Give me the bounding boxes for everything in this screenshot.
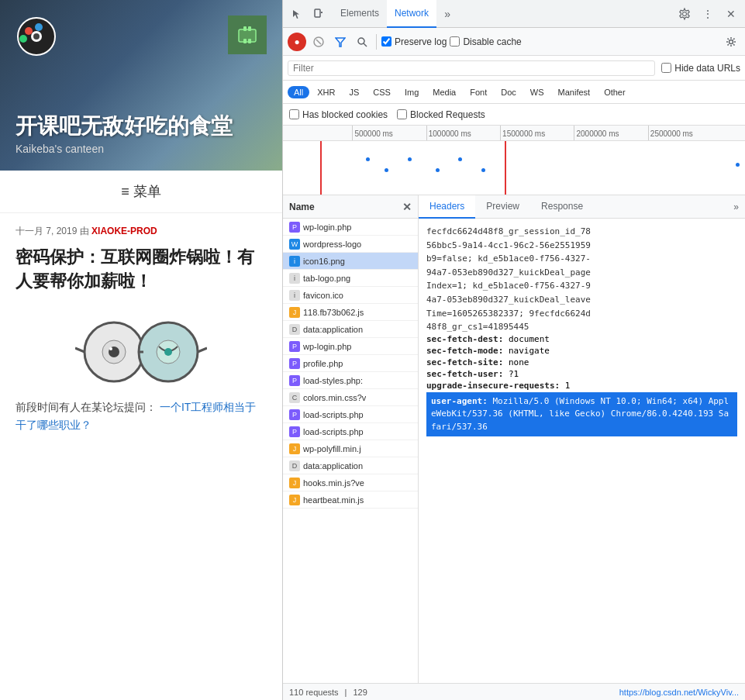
close-icon[interactable]: ✕: [720, 3, 742, 25]
record-button[interactable]: ●: [288, 33, 306, 51]
network-timeline: 500000 ms 1000000 ms 1500000 ms 2000000 …: [283, 126, 745, 195]
svg-rect-9: [243, 39, 247, 43]
blocked-row: Has blocked cookies Blocked Requests: [283, 104, 745, 126]
type-filter-css[interactable]: CSS: [367, 86, 397, 98]
timeline-dot-2: [385, 168, 388, 172]
file-item[interactable]: P wp-login.php: [283, 219, 418, 236]
type-filter-doc[interactable]: Doc: [495, 86, 523, 98]
network-settings-icon[interactable]: [722, 33, 740, 51]
file-name: load-scripts.php: [303, 410, 364, 419]
hide-data-urls-label[interactable]: Hide data URLs: [661, 63, 740, 74]
blocked-requests-checkbox[interactable]: [397, 109, 407, 119]
blog-excerpt: 前段时间有人在某论坛提问： 一个IT工程师相当于干了哪些职业？: [0, 395, 282, 443]
blog-panel: 开课吧无敌好吃的食堂 Kaikeba's canteen ≡ 菜单 十一月 7,…: [0, 0, 283, 700]
tab-headers[interactable]: Headers: [419, 195, 475, 219]
has-blocked-cookies-label[interactable]: Has blocked cookies: [289, 109, 388, 120]
devtools-tabbar: Elements Network » ⋮ ✕: [283, 0, 745, 28]
tab-preview[interactable]: Preview: [475, 195, 530, 219]
detail-tabs-more[interactable]: »: [727, 202, 745, 212]
file-item[interactable]: P load-scripts.php: [283, 406, 418, 423]
svg-point-26: [358, 38, 364, 44]
tab-response[interactable]: Response: [530, 195, 594, 219]
file-item[interactable]: D data:application: [283, 457, 418, 474]
type-filter-other[interactable]: Other: [598, 86, 632, 98]
tab-elements[interactable]: Elements: [333, 0, 387, 28]
file-item[interactable]: i favicon.ico: [283, 287, 418, 304]
type-filter-all[interactable]: All: [288, 86, 309, 98]
type-filter-js[interactable]: JS: [343, 86, 365, 98]
type-filter-img[interactable]: Img: [398, 86, 425, 98]
type-filter-ws[interactable]: WS: [524, 86, 550, 98]
svg-rect-7: [243, 26, 247, 31]
search-network-button[interactable]: [353, 33, 371, 51]
has-blocked-cookies-checkbox[interactable]: [289, 109, 299, 119]
disable-cache-label[interactable]: Disable cache: [450, 36, 521, 47]
more-options-icon[interactable]: ⋮: [697, 3, 719, 25]
header-cookie-line-2: 56bbc5-9a14-4cc1-96c2-56e2551959: [426, 239, 737, 253]
glasses-illustration: [75, 309, 207, 387]
tab-more-icon[interactable]: »: [436, 3, 458, 25]
file-name: data:application: [303, 325, 363, 334]
svg-line-27: [364, 43, 367, 47]
file-item[interactable]: C colors.min.css?v: [283, 389, 418, 406]
settings-icon[interactable]: [674, 3, 695, 25]
detail-content[interactable]: fecfdc6624d48f8_gr_session_id_78 56bbc5-…: [419, 219, 745, 683]
device-icon[interactable]: [308, 3, 329, 25]
timeline-marker-2: [505, 141, 506, 195]
file-item[interactable]: J heartbeat.min.js: [283, 491, 418, 509]
file-item[interactable]: P load-styles.php:: [283, 372, 418, 389]
type-filter-font[interactable]: Font: [464, 86, 493, 98]
file-item[interactable]: W wordpress-logo: [283, 236, 418, 253]
file-name: tab-logo.png: [303, 274, 350, 283]
file-name: wordpress-logo: [303, 240, 361, 249]
disable-cache-checkbox[interactable]: [450, 36, 460, 47]
timeline-dot-6: [481, 168, 485, 172]
file-item[interactable]: P profile.php: [283, 355, 418, 372]
clear-button[interactable]: [309, 33, 328, 51]
preserve-log-checkbox[interactable]: [381, 36, 391, 47]
header-sec-fetch-site: sec-fetch-site: none: [426, 357, 737, 367]
file-name: colors.min.css?v: [303, 393, 366, 402]
header-cookie-line-4: 94a7-053eb890d327_kuickDeal_page: [426, 266, 737, 280]
file-list-scroll[interactable]: P wp-login.php W wordpress-logo i icon16…: [283, 219, 418, 683]
blocked-requests-label[interactable]: Blocked Requests: [397, 109, 485, 120]
header-sec-fetch-dest: sec-fetch-dest: document: [426, 334, 737, 344]
data-icon-2: D: [289, 460, 300, 471]
php-icon-4: P: [289, 375, 300, 386]
js-icon-4: J: [289, 495, 300, 505]
img-icon: i: [289, 273, 300, 284]
svg-rect-8: [248, 26, 251, 31]
cursor-icon[interactable]: [286, 3, 308, 25]
file-item[interactable]: P wp-login.php: [283, 338, 418, 355]
file-item-selected[interactable]: i icon16.png: [283, 253, 418, 270]
svg-point-28: [729, 40, 733, 43]
file-name: wp-login.php: [303, 222, 351, 232]
hide-data-urls-checkbox[interactable]: [661, 63, 671, 73]
png-icon: i: [289, 256, 300, 267]
close-panel-icon[interactable]: ✕: [402, 201, 412, 213]
file-item[interactable]: J wp-polyfill.min.j: [283, 440, 418, 457]
blog-menu[interactable]: ≡ 菜单: [0, 171, 282, 213]
type-filter-xhr[interactable]: XHR: [311, 86, 341, 98]
file-item[interactable]: J 118.fb73b062.js: [283, 304, 418, 321]
post-date: 十一月 7, 2019 由: [16, 226, 89, 236]
post-title: 密码保护：互联网圈炸锅啦！有人要帮你加薪啦！: [0, 242, 282, 302]
post-author-link[interactable]: XIAOKE-PROD: [91, 226, 157, 236]
network-toolbar: ● Preserve log Disable cache: [283, 28, 745, 56]
svg-line-15: [198, 348, 207, 352]
file-item[interactable]: i tab-logo.png: [283, 270, 418, 287]
timeline-dot-5: [458, 157, 462, 161]
header-cookie-line-3: b9=false; kd_e5b1ace0-f756-4327-: [426, 252, 737, 266]
file-item[interactable]: J hooks.min.js?ve: [283, 474, 418, 491]
type-filter-media[interactable]: Media: [426, 86, 462, 98]
file-item[interactable]: D data:application: [283, 321, 418, 338]
php-icon-6: P: [289, 426, 300, 437]
svg-point-2: [35, 23, 43, 31]
filter-input[interactable]: [288, 60, 655, 76]
tab-network[interactable]: Network: [387, 0, 436, 28]
type-filter-manifest[interactable]: Manifest: [552, 86, 597, 98]
filter-button[interactable]: [331, 33, 350, 51]
file-name: load-styles.php:: [303, 376, 363, 385]
preserve-log-label[interactable]: Preserve log: [381, 36, 447, 47]
file-item[interactable]: P load-scripts.php: [283, 423, 418, 440]
